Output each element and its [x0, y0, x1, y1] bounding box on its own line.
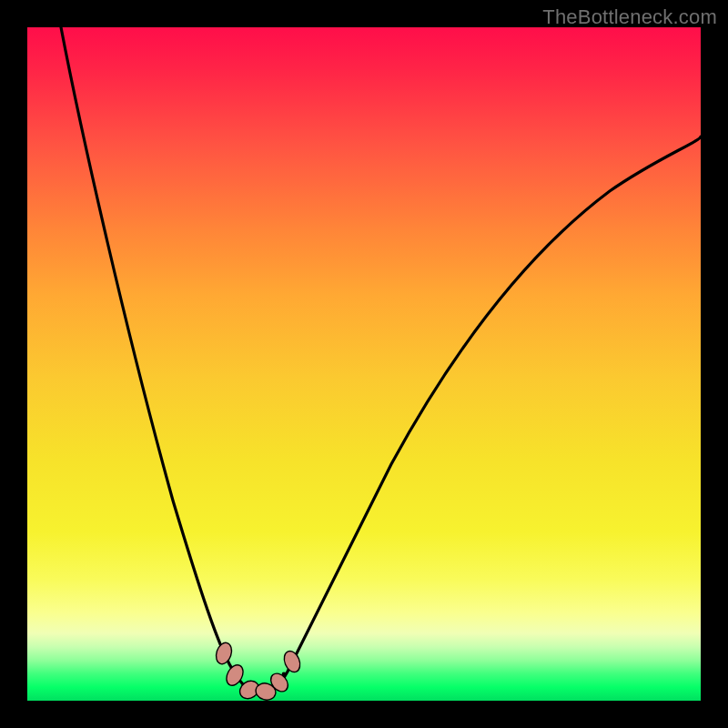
- chart-svg: [27, 27, 701, 701]
- bottleneck-curve: [61, 27, 701, 694]
- attribution-text: TheBottleneck.com: [542, 5, 717, 29]
- curve-marker: [281, 649, 303, 674]
- curve-min-dot: [282, 672, 287, 677]
- curve-marker: [214, 641, 235, 666]
- curve-markers: [214, 641, 303, 703]
